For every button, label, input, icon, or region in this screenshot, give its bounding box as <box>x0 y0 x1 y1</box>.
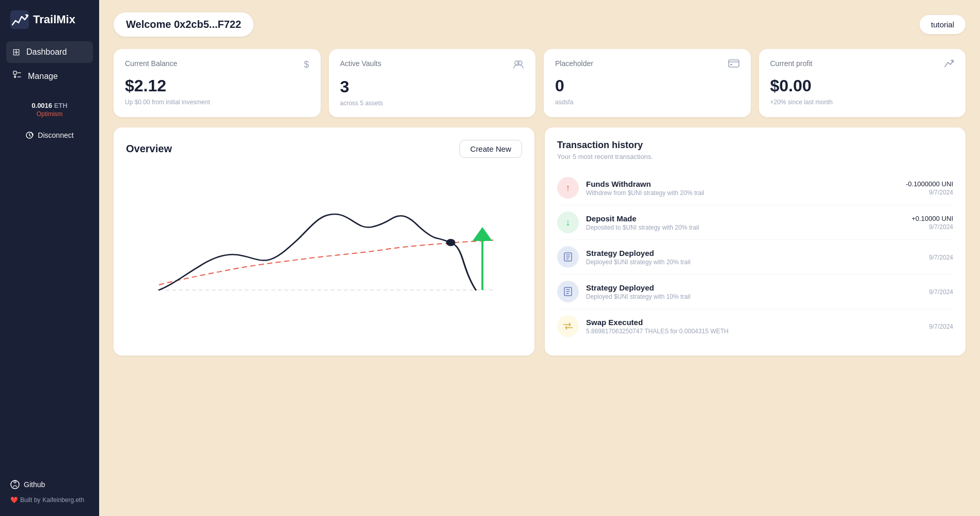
sidebar-item-label-dashboard: Dashboard <box>26 47 67 57</box>
vaults-icon <box>513 59 524 71</box>
tx-subtitle: Your 5 most recent transactions. <box>557 153 953 160</box>
svg-point-11 <box>446 239 455 246</box>
svg-rect-8 <box>729 60 739 67</box>
sidebar: TrailMix ⊞ Dashboard Manage 0.0016 ETH O… <box>0 0 99 516</box>
stats-grid: Current Balance $ $2.12 Up $0.00 from in… <box>114 49 966 117</box>
tx-info-tx3: Strategy Deployed Deployed $UNI strategy… <box>586 249 922 266</box>
tx-list: ↑ Funds Withdrawn Withdrew from $UNI str… <box>557 171 953 343</box>
stat-value-placeholder: 0 <box>555 76 739 95</box>
svg-rect-2 <box>13 71 17 74</box>
tx-title: Transaction history <box>557 140 953 151</box>
main-content: Welcome 0x2cb5...F722 tutorial Current B… <box>99 0 980 516</box>
svg-rect-9 <box>730 64 732 66</box>
stat-sub-vaults: across 5 assets <box>340 100 525 107</box>
stat-label-placeholder: Placeholder <box>555 59 593 68</box>
tx-item: ↑ Funds Withdrawn Withdrew from $UNI str… <box>557 171 953 205</box>
tx-name-tx4: Strategy Deployed <box>586 283 922 292</box>
profit-icon <box>944 59 954 70</box>
overview-header: Overview Create New <box>126 140 522 158</box>
tx-icon-tx3 <box>557 246 579 268</box>
disconnect-label: Disconnect <box>38 131 73 139</box>
tx-name-tx2: Deposit Made <box>586 214 904 223</box>
tx-info-tx1: Funds Withdrawn Withdrew from $UNI strat… <box>586 180 898 197</box>
bottom-section: Overview Create New TrailMi <box>114 127 966 356</box>
tx-right-tx4: 9/7/2024 <box>929 287 953 296</box>
overview-title: Overview <box>126 143 172 155</box>
tx-icon-tx5 <box>557 315 579 337</box>
tx-date-tx2: 9/7/2024 <box>911 223 953 231</box>
stat-sub-placeholder: asdsfa <box>555 99 739 106</box>
wallet-info: 0.0016 ETH Optimism <box>0 91 99 122</box>
tx-date-tx4: 9/7/2024 <box>929 288 953 296</box>
stat-label-balance: Current Balance <box>125 59 177 68</box>
tx-desc-tx4: Deployed $UNI strategy with 10% trail <box>586 293 922 300</box>
stat-label-profit: Current profit <box>770 59 813 68</box>
sidebar-item-manage[interactable]: Manage <box>6 65 93 87</box>
chart-svg <box>126 166 522 311</box>
heart-icon: ❤️ <box>10 496 18 504</box>
github-link[interactable]: Github <box>10 477 89 492</box>
placeholder-icon <box>728 59 739 70</box>
tx-date-tx3: 9/7/2024 <box>929 254 953 261</box>
page-header: Welcome 0x2cb5...F722 tutorial <box>114 12 966 37</box>
sidebar-nav: ⊞ Dashboard Manage <box>0 41 99 87</box>
tx-right-tx2: +0.10000 UNI 9/7/2024 <box>911 215 953 231</box>
tx-desc-tx2: Deposited to $UNI strategy with 20% trai… <box>586 224 904 231</box>
stat-card-balance: Current Balance $ $2.12 Up $0.00 from in… <box>114 49 321 117</box>
logo-icon <box>10 10 29 29</box>
logo-text: TrailMix <box>33 13 75 26</box>
stat-value-vaults: 3 <box>340 77 525 96</box>
tx-desc-tx3: Deployed $UNI strategy with 20% trail <box>586 259 922 266</box>
dashboard-icon: ⊞ <box>12 46 20 58</box>
balance-icon: $ <box>304 59 309 70</box>
tx-desc-tx5: 5.869817063250747 THALES for 0.0004315 W… <box>586 328 922 335</box>
tx-date-tx1: 9/7/2024 <box>906 189 953 196</box>
transaction-history-card: Transaction history Your 5 most recent t… <box>545 127 966 356</box>
tx-right-tx3: 9/7/2024 <box>929 253 953 261</box>
tx-name-tx3: Strategy Deployed <box>586 249 922 257</box>
tx-name-tx5: Swap Executed <box>586 318 922 327</box>
svg-marker-13 <box>472 227 492 241</box>
stat-sub-balance: Up $0.00 from initial invesment <box>125 99 309 106</box>
tx-amount-tx2: +0.10000 UNI <box>911 215 953 222</box>
welcome-badge: Welcome 0x2cb5...F722 <box>114 12 254 37</box>
stat-card-profit: Current profit $0.00 +20% since last mon… <box>759 49 966 117</box>
stat-card-vaults: Active Vaults 3 across 5 assets <box>329 49 536 117</box>
overview-card: Overview Create New TrailMi <box>114 127 534 356</box>
create-new-button[interactable]: Create New <box>460 140 522 158</box>
tx-item: ↓ Deposit Made Deposited to $UNI strateg… <box>557 205 953 240</box>
stat-label-vaults: Active Vaults <box>340 59 382 68</box>
stat-value-profit: $0.00 <box>770 76 955 95</box>
wallet-balance: 0.0016 ETH <box>8 102 91 109</box>
tx-icon-tx1: ↑ <box>557 177 579 199</box>
sidebar-item-dashboard[interactable]: ⊞ Dashboard <box>6 41 93 63</box>
logo-area: TrailMix <box>0 0 99 41</box>
tx-date-tx5: 9/7/2024 <box>929 323 953 330</box>
chart-area: TrailMix <box>126 166 522 311</box>
tx-item: Swap Executed 5.869817063250747 THALES f… <box>557 309 953 343</box>
tx-name-tx1: Funds Withdrawn <box>586 180 898 188</box>
stat-sub-profit: +20% since last month <box>770 99 955 106</box>
stat-card-header: Current Balance $ <box>125 59 309 70</box>
tx-info-tx5: Swap Executed 5.869817063250747 THALES f… <box>586 318 922 335</box>
tx-info-tx2: Deposit Made Deposited to $UNI strategy … <box>586 214 904 231</box>
disconnect-button[interactable]: Disconnect <box>8 127 91 143</box>
wallet-network: Optimism <box>8 110 91 118</box>
sidebar-item-label-manage: Manage <box>28 72 58 81</box>
built-by: ❤️ Built by Kaifeinberg.eth <box>10 496 89 504</box>
tx-item: Strategy Deployed Deployed $UNI strategy… <box>557 240 953 275</box>
tx-right-tx1: -0.1000000 UNI 9/7/2024 <box>906 180 953 196</box>
github-icon <box>10 480 20 489</box>
tx-icon-tx4 <box>557 281 579 302</box>
svg-point-7 <box>518 61 522 65</box>
disconnect-icon <box>25 131 34 139</box>
tx-icon-tx2: ↓ <box>557 212 579 233</box>
tx-info-tx4: Strategy Deployed Deployed $UNI strategy… <box>586 283 922 300</box>
tx-right-tx5: 9/7/2024 <box>929 322 953 330</box>
sidebar-footer: Github ❤️ Built by Kaifeinberg.eth <box>0 469 99 516</box>
tutorial-button[interactable]: tutorial <box>920 15 966 34</box>
github-label: Github <box>24 480 45 489</box>
svg-point-5 <box>11 480 19 489</box>
tx-item: Strategy Deployed Deployed $UNI strategy… <box>557 275 953 309</box>
manage-icon <box>12 70 22 82</box>
